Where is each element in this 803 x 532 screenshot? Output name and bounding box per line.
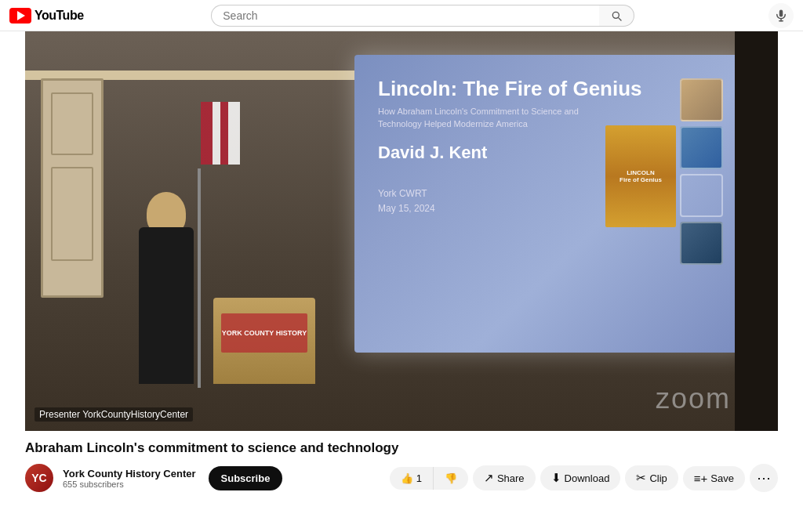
- thumbs-down-icon: 👎: [445, 472, 457, 484]
- presenter: [127, 196, 205, 384]
- video-container: Lincoln: The Fire of Genius How Abraham …: [25, 31, 778, 431]
- presenter-body: [139, 227, 194, 384]
- channel-name: York County History Center: [63, 468, 196, 480]
- subscriber-count: 655 subscribers: [63, 480, 196, 489]
- youtube-icon: [9, 8, 31, 24]
- mic-button[interactable]: [768, 3, 794, 28]
- download-label: Download: [565, 472, 610, 484]
- door-panel-bottom: [51, 167, 93, 261]
- book-cover: LINCOLNFire of Genius: [605, 125, 676, 227]
- door-panel-top: [51, 92, 93, 155]
- slide-photos: [680, 78, 723, 265]
- slide-subtitle: How Abraham Lincoln's Commitment to Scie…: [378, 106, 598, 130]
- play-icon: [17, 11, 25, 20]
- podium-sign: YORK COUNTY HISTORY: [221, 313, 307, 353]
- slide-photo-4: [680, 222, 723, 265]
- search-button[interactable]: [599, 5, 634, 27]
- header: YouTube: [0, 0, 803, 31]
- youtube-logo[interactable]: YouTube: [9, 8, 84, 24]
- thumbs-up-icon: 👍: [401, 472, 413, 484]
- slide-title: Lincoln: The Fire of Genius: [378, 77, 723, 101]
- save-label: Save: [710, 472, 734, 484]
- share-label: Share: [497, 472, 525, 484]
- dark-archway: [735, 31, 778, 431]
- save-button[interactable]: ≡+ Save: [683, 466, 745, 490]
- video-info: Abraham Lincoln's commitment to science …: [25, 431, 778, 492]
- slide-photo-3: [680, 174, 723, 217]
- video-thumbnail[interactable]: Lincoln: The Fire of Genius How Abraham …: [25, 31, 778, 431]
- channel-avatar: YC: [25, 464, 53, 492]
- search-container: [211, 5, 634, 27]
- like-button[interactable]: 👍 1: [390, 467, 434, 490]
- svg-rect-0: [779, 9, 783, 16]
- like-count: 1: [416, 472, 422, 484]
- mic-icon: [774, 9, 788, 23]
- action-buttons: 👍 1 👎 ↗ Share ⬇ Download ✂ Clip: [390, 464, 778, 492]
- podium: YORK COUNTY HISTORY: [213, 298, 315, 384]
- video-title: Abraham Lincoln's commitment to science …: [25, 440, 778, 456]
- american-flag: [201, 102, 240, 165]
- slide-photo-2: [680, 126, 723, 169]
- clip-label: Clip: [649, 472, 667, 484]
- share-icon: ↗: [484, 471, 494, 485]
- youtube-wordmark: YouTube: [35, 9, 84, 23]
- slide-photo-1: [680, 78, 723, 121]
- more-options-button[interactable]: ⋯: [750, 464, 778, 492]
- search-input[interactable]: [211, 5, 599, 27]
- clip-button[interactable]: ✂ Clip: [625, 465, 678, 490]
- presenter-label: Presenter YorkCountyHistoryCenter: [35, 407, 193, 422]
- slide-event-line1: York CWRT: [378, 188, 427, 199]
- slide-event-line2: May 15, 2024: [378, 203, 435, 214]
- like-dislike-group: 👍 1 👎: [390, 467, 468, 490]
- share-button[interactable]: ↗ Share: [473, 465, 536, 490]
- download-icon: ⬇: [551, 471, 561, 485]
- search-icon: [610, 9, 623, 22]
- scene: Lincoln: The Fire of Genius How Abraham …: [25, 31, 778, 431]
- presentation-screen: Lincoln: The Fire of Genius How Abraham …: [354, 55, 747, 353]
- channel-row: YC York County History Center 655 subscr…: [25, 464, 778, 492]
- zoom-watermark: zoom: [656, 382, 731, 415]
- dislike-button[interactable]: 👎: [434, 467, 468, 490]
- clip-icon: ✂: [636, 471, 646, 485]
- channel-info: York County History Center 655 subscribe…: [63, 468, 196, 489]
- more-icon: ⋯: [757, 469, 771, 487]
- book-cover-text: LINCOLNFire of Genius: [616, 166, 665, 186]
- subscribe-button[interactable]: Subscribe: [209, 466, 283, 490]
- door: [41, 78, 104, 298]
- save-icon: ≡+: [694, 472, 708, 485]
- download-button[interactable]: ⬇ Download: [540, 465, 621, 490]
